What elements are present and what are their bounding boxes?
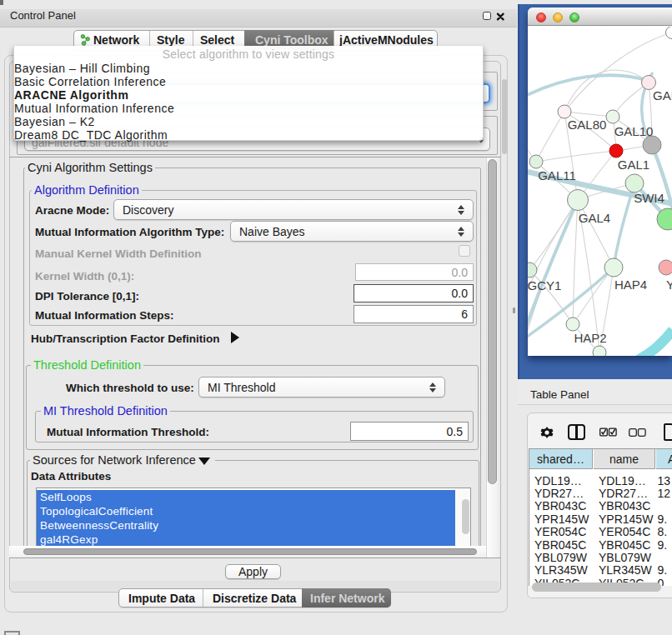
svg-text:GAL11: GAL11 [538,168,576,182]
svg-text:GCY1: GCY1 [528,278,561,292]
svg-text:HAP4: HAP4 [614,278,647,292]
svg-text:GAL4: GAL4 [579,211,610,225]
svg-text:GAL1: GAL1 [618,158,649,172]
svg-text:SWI4: SWI4 [634,191,664,205]
svg-text:GAL7: GAL7 [653,88,672,102]
svg-text:HAP2: HAP2 [574,331,606,345]
svg-text:GAL10: GAL10 [614,124,654,138]
svg-text:Y: Y [666,278,672,292]
svg-text:GAL80: GAL80 [568,118,607,132]
